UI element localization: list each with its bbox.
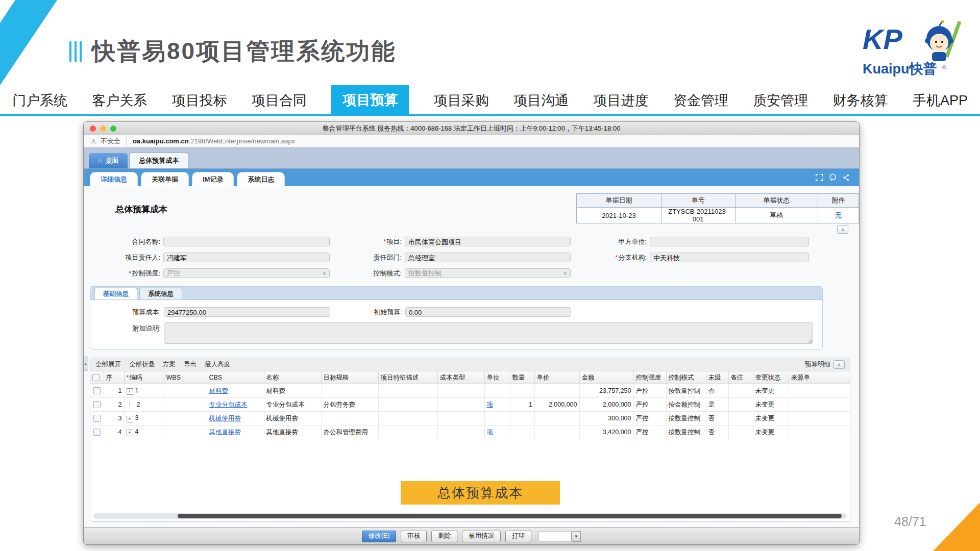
doc-head-col-number: 单号	[661, 194, 735, 208]
cell-name: 其他直接费	[264, 425, 321, 439]
nav-item-crm[interactable]: 客户关系	[92, 91, 147, 116]
tab-related-docs[interactable]: 关联单据	[141, 172, 189, 186]
cbs-link[interactable]: 其他直接费	[209, 429, 241, 436]
project-input[interactable]: 市民体育公园项目	[405, 237, 571, 246]
row-checkbox[interactable]	[93, 401, 101, 408]
field-branch: *分支机构: 中天科技	[586, 252, 809, 263]
zoom-window-icon[interactable]	[110, 126, 116, 132]
cell-code: +1	[124, 384, 164, 398]
cell-qty	[510, 384, 534, 398]
cell-price	[534, 425, 579, 439]
cbs-link[interactable]: 机械使用费	[209, 415, 241, 422]
attachment-link[interactable]: 无	[835, 211, 842, 219]
delete-button[interactable]: 删除	[431, 531, 457, 542]
resize-handle-icon[interactable]	[807, 338, 812, 343]
party-a-input[interactable]	[650, 237, 809, 246]
row-checkbox[interactable]	[93, 415, 101, 422]
nav-item-finance[interactable]: 财务核算	[833, 91, 888, 116]
detailbar-actions	[816, 173, 850, 181]
nav-item-mobile-app[interactable]: 手机APP	[913, 91, 968, 116]
nav-item-bidding[interactable]: 项目投标	[172, 91, 227, 116]
cell-spec: 分包劳务费	[321, 398, 378, 412]
budget-detail-panel: 全部展开 全部折叠 方案 导出 最大高度 预算明细 ∧	[90, 358, 850, 522]
scheme-button[interactable]: 方案	[163, 360, 176, 369]
home-icon: ⌂	[98, 153, 102, 168]
cell-cost-type	[437, 412, 484, 425]
tab-im-log[interactable]: IM记录	[192, 172, 234, 186]
contract-name-input[interactable]	[163, 237, 330, 246]
cell-source	[789, 398, 850, 412]
cell-feature	[378, 412, 437, 425]
cell-feature	[378, 384, 437, 398]
address-bar[interactable]: ⚠ 不安全 │ oa.kuaipu.com.cn:2198/WebEnterpr…	[84, 135, 859, 147]
scrollbar-thumb[interactable]	[178, 514, 842, 518]
cell-price	[534, 412, 579, 425]
cell-strength: 严控	[633, 412, 666, 425]
tab-desktop[interactable]: ⌂ 桌面	[89, 153, 128, 168]
url-path: :2198/WebEnterprise/newmain.aspx	[189, 137, 296, 145]
cbs-link[interactable]: 材料费	[209, 387, 229, 394]
modify-button[interactable]: 修改(E)	[362, 531, 397, 542]
nav-item-contract[interactable]: 项目合同	[252, 91, 307, 116]
cell-wbs	[164, 412, 207, 425]
nav-item-progress[interactable]: 项目进度	[594, 91, 649, 116]
collapse-all-button[interactable]: 全部折叠	[129, 360, 155, 369]
combobox-value[interactable]	[538, 532, 572, 541]
row-checkbox[interactable]	[93, 429, 101, 436]
export-button[interactable]: 导出	[184, 360, 197, 369]
department-input[interactable]: 总经理室	[405, 253, 571, 262]
nav-item-funds[interactable]: 资金管理	[673, 91, 728, 116]
combobox-arrow-icon[interactable]: ▾	[572, 531, 581, 542]
cbs-link[interactable]: 专业分包成本	[209, 401, 248, 408]
expand-node-icon[interactable]: +	[127, 388, 133, 395]
tab-system-info[interactable]: 系统信息	[139, 288, 182, 299]
expand-all-button[interactable]: 全部展开	[95, 360, 121, 369]
cell-amount: 2,000,000	[579, 398, 633, 412]
branch-input[interactable]: 中天科技	[650, 253, 809, 262]
grid-collapse-button[interactable]: ∧	[834, 360, 845, 369]
fullscreen-icon[interactable]	[816, 174, 823, 181]
select-all-checkbox[interactable]	[92, 374, 100, 381]
initial-budget-input[interactable]: 0.00	[405, 307, 571, 317]
nav-item-communication[interactable]: 项目沟通	[513, 91, 569, 116]
branch-label: *分支机构:	[586, 253, 650, 262]
nav-item-portal[interactable]: 门户系统	[12, 91, 67, 116]
horizontal-scrollbar[interactable]	[93, 513, 847, 519]
message-icon[interactable]	[829, 173, 837, 181]
cell-unit	[484, 412, 510, 425]
expand-node-icon[interactable]: +	[127, 416, 133, 422]
row-checkbox[interactable]	[93, 387, 101, 394]
minimize-window-icon[interactable]	[100, 126, 106, 132]
control-strength-select[interactable]: 严控∨	[163, 268, 330, 278]
nav-item-procurement[interactable]: 项目采购	[434, 91, 489, 116]
expand-node-icon[interactable]: +	[127, 430, 133, 436]
mascot-body	[932, 52, 946, 61]
more-actions-combobox[interactable]: ▾	[538, 531, 581, 542]
print-button[interactable]: 打印	[505, 531, 531, 542]
tab-system-log[interactable]: 系统日志	[237, 172, 285, 186]
col-strength: 控制强度	[633, 371, 666, 384]
max-height-button[interactable]: 最大高度	[205, 360, 230, 369]
share-icon[interactable]	[843, 174, 850, 181]
project-owner-input[interactable]: 冯建军	[163, 253, 330, 262]
note-textarea[interactable]	[164, 322, 813, 344]
cell-remark	[728, 398, 753, 412]
tab-basic-info[interactable]: 基础信息	[94, 288, 137, 299]
nav-item-quality[interactable]: 质安管理	[753, 91, 808, 116]
cell-leaf: 否	[706, 412, 728, 425]
col-cost-type: 成本类型	[437, 371, 484, 384]
sidebar-collapse-handle[interactable]: ▸	[84, 357, 88, 371]
tab-budget-document[interactable]: 总体预算成本	[129, 153, 188, 168]
unit-link[interactable]: 项	[487, 401, 494, 408]
tab-detail-info[interactable]: 详细信息	[90, 172, 138, 186]
nav-item-budget-active[interactable]: 项目预算	[331, 85, 409, 116]
approve-button[interactable]: 审核	[401, 531, 427, 542]
control-mode-select[interactable]: 按数量控制∨	[405, 268, 571, 278]
usage-button[interactable]: 被用情况	[462, 531, 501, 542]
close-window-icon[interactable]	[90, 126, 96, 132]
browser-window: 整合管理平台系统 服务热线：4000-686-168 法定工作日上班时间：上午9…	[83, 121, 860, 545]
cyan-corner-decoration	[0, 0, 62, 87]
budget-cost-input[interactable]: 29477250.00	[164, 307, 330, 317]
header-collapse-button[interactable]: ∧	[837, 225, 848, 234]
unit-link[interactable]: 项	[487, 429, 494, 436]
